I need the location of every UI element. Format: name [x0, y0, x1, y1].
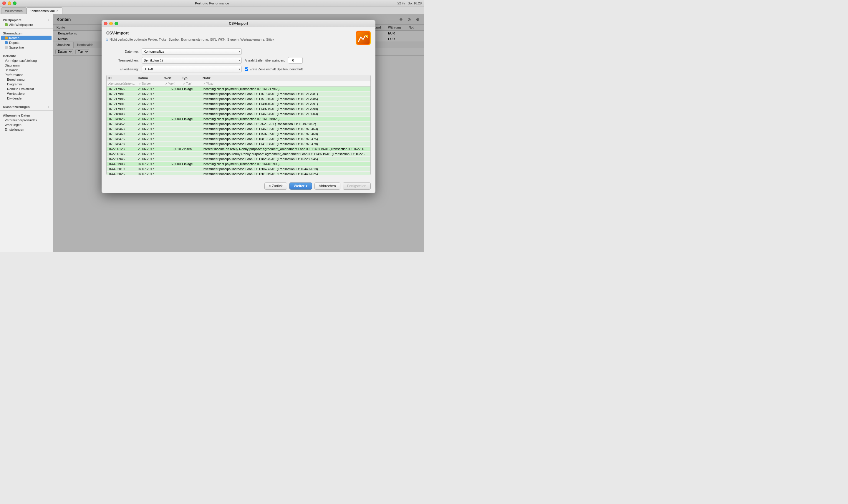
datentyp-label: Datentyp: [106, 50, 139, 53]
table-row[interactable]: 161217965 26.06.2017 50,000 Einlage Inco… [107, 87, 371, 92]
sidebar-section-berichte: Berichte [0, 52, 53, 58]
hint-typ[interactable]: -> 'Typ' [182, 82, 203, 85]
sparplane-icon [5, 46, 8, 49]
erste-zeile-label: Erste Zeile enthält Spaltenüberschrift [250, 68, 303, 71]
csv-dialog-min[interactable] [109, 22, 113, 25]
datentyp-control-group: Kontoumsätze ▼ [142, 48, 371, 55]
table-row[interactable]: 161217985 26.06.2017 Investment principa… [107, 96, 371, 102]
table-row[interactable]: 164401903 07.07.2017 50,000 Einlage Inco… [107, 162, 371, 167]
sidebar-item-vermogensaufstellung-label: Vermögensaufstellung [5, 59, 37, 62]
tab-welcome[interactable]: Willkommen [1, 7, 26, 14]
csv-dialog-close[interactable] [104, 22, 107, 25]
sidebar-item-rendite[interactable]: Rendite / Volatilität [0, 87, 53, 91]
minimize-button[interactable] [8, 1, 11, 5]
sidebar-item-konten[interactable]: Konten [1, 36, 52, 40]
maximize-button[interactable] [13, 1, 17, 5]
sidebar-item-bestande[interactable]: Bestände [0, 68, 53, 72]
battery-indicator: 22 % [397, 1, 405, 5]
datentyp-select[interactable]: Kontoumsätze [142, 48, 242, 55]
alle-wertpapiere-icon [5, 23, 8, 26]
sidebar-item-dividenden[interactable]: Dividenden [0, 96, 53, 101]
table-row[interactable]: 162260145 29.06.2017 Investment principa… [107, 151, 371, 157]
sidebar-item-diagramm2[interactable]: Diagramm [0, 82, 53, 87]
sidebar-item-berechnung[interactable]: Berechnung [0, 77, 53, 82]
table-row[interactable]: 161978469 28.06.2017 Investment principa… [107, 131, 371, 137]
csv-dialog-logo [356, 31, 371, 45]
sidebar-item-alle-wertpapiere-label: Alle Wertpapiere [9, 23, 33, 26]
erste-zeile-row: Erste Zeile enthält Spaltenüberschrift [245, 68, 303, 71]
tab-ohnenamen-close[interactable]: ✕ [56, 10, 59, 12]
close-button[interactable] [2, 1, 6, 5]
hint-notiz[interactable]: -> 'Notiz' [203, 82, 369, 85]
table-row[interactable]: 161217999 26.06.2017 Investment principa… [107, 107, 371, 112]
col-typ: Typ [182, 76, 203, 80]
sidebar-item-einstellungen-label: Einstellungen [5, 128, 24, 131]
table-row[interactable]: 161978463 28.06.2017 Investment principa… [107, 127, 371, 131]
table-row[interactable]: 162260123 29.06.2017 0,010 Zinsen Intere… [107, 147, 371, 151]
sidebar-item-depots[interactable]: Depots [0, 40, 53, 45]
tab-ohnenamen[interactable]: *ohnenamen.xml ✕ [26, 7, 63, 14]
back-button[interactable]: < Zurück [265, 182, 287, 190]
sidebar-item-alle-wertpapiere[interactable]: Alle Wertpapiere [0, 22, 53, 27]
table-row[interactable]: 161978478 28.06.2017 Investment principa… [107, 142, 371, 147]
trennzeichen-control-group: Semikolon (;) ▼ Anzahl Zeilen überspring… [142, 57, 371, 64]
divider-3 [0, 102, 53, 102]
divider-4 [0, 110, 53, 111]
table-row[interactable]: 164402019 07.07.2017 Investment principa… [107, 167, 371, 172]
table-row[interactable]: 161217991 26.06.2017 Investment principa… [107, 102, 371, 107]
content-area: Konten ⊕ ⊘ ⚙ Konto Kontostand Währung No… [53, 14, 424, 252]
table-row[interactable]: 162286945 29.06.2017 Investment principa… [107, 157, 371, 162]
add-wertpapiere-button[interactable]: + [48, 18, 50, 22]
main-layout: Wertpapiere + Alle Wertpapiere Stammdate… [0, 14, 424, 252]
sidebar-item-diagramm1[interactable]: Diagramm [0, 63, 53, 68]
sidebar-item-performance[interactable]: Performance [0, 72, 53, 77]
table-row[interactable]: 161978475 28.06.2017 Investment principa… [107, 137, 371, 142]
tabbar: Willkommen *ohnenamen.xml ✕ [0, 6, 424, 14]
tab-welcome-label: Willkommen [5, 9, 23, 13]
cancel-button[interactable]: Abbrechen [314, 182, 340, 190]
sidebar-item-sparplane[interactable]: Sparpläne [0, 45, 53, 50]
csv-dialog-footer: < Zurück Weiter > Abbrechen Fertigstelle… [102, 179, 375, 193]
next-button[interactable]: Weiter > [289, 182, 312, 190]
zeilen-label: Anzahl Zeilen überspringen: [245, 58, 285, 62]
data-table-container: ID Datum Wert Typ Notiz Hier doppelklick… [106, 75, 371, 175]
sidebar-section-wertpapiere: Wertpapiere + [0, 17, 53, 22]
datentyp-row: Datentyp: Kontoumsätze ▼ [106, 48, 371, 55]
erste-zeile-checkbox[interactable] [245, 68, 248, 71]
trennzeichen-row: Trennzeichen: Semikolon (;) ▼ Anzahl Zei… [106, 57, 371, 64]
table-row[interactable]: 161217981 26.06.2017 Investment principa… [107, 92, 371, 96]
sidebar-item-verbraucherpreisindex[interactable]: Verbraucherpreisindex [0, 118, 53, 123]
csv-dialog: CSV-Import CSV-Import ℹ Nicht verknüpfte… [102, 20, 375, 193]
hint-datum[interactable]: -> 'Datum' [138, 82, 164, 85]
sidebar-item-vermogensaufstellung[interactable]: Vermögensaufstellung [0, 58, 53, 63]
add-klassifizierungen-button[interactable]: + [48, 105, 50, 109]
datentyp-select-wrapper: Kontoumsätze ▼ [142, 48, 242, 55]
table-row[interactable]: 161218003 26.06.2017 Investment principa… [107, 112, 371, 116]
enkodierung-select-wrapper: UTF-8 ▼ [142, 66, 242, 72]
sidebar: Wertpapiere + Alle Wertpapiere Stammdate… [0, 14, 53, 252]
enkodierung-row: Enkodierung: UTF-8 ▼ Erste Zeile enthält [106, 66, 371, 72]
trennzeichen-select[interactable]: Semikolon (;) [142, 57, 242, 64]
csv-dialog-max[interactable] [114, 22, 118, 25]
csv-dialog-titlebar: CSV-Import [102, 20, 375, 27]
hint-id[interactable]: Hier doppelklicken... [108, 82, 138, 85]
csv-info-text: Nicht verknüpfte optionale Felder: Ticke… [110, 38, 274, 41]
sidebar-item-bestande-label: Bestände [5, 68, 18, 72]
table-row[interactable]: 164402025 07.07.2017 Investment principa… [107, 172, 371, 175]
divider-2 [0, 51, 53, 51]
table-row[interactable]: 161978452 28.06.2017 Investment principa… [107, 122, 371, 127]
table-row[interactable]: 161978025 28.06.2017 50,000 Einlage Inco… [107, 116, 371, 122]
csv-dialog-body: CSV-Import ℹ Nicht verknüpfte optionale … [102, 27, 375, 179]
sidebar-section-stammdaten: Stammdaten [0, 30, 53, 36]
zeilen-input[interactable] [288, 57, 303, 64]
csv-info-row: ℹ Nicht verknüpfte optionale Felder: Tic… [106, 37, 356, 41]
sidebar-item-diagramm1-label: Diagramm [5, 64, 20, 67]
csv-section-title: CSV-Import [106, 31, 356, 35]
enkodierung-select[interactable]: UTF-8 [142, 66, 242, 72]
svg-rect-1 [357, 32, 369, 44]
hint-wert[interactable]: -> 'Wert' [164, 82, 182, 85]
divider-1 [0, 28, 53, 29]
sidebar-item-wahrungen[interactable]: Währungen [0, 123, 53, 127]
sidebar-item-wertpapiere2[interactable]: Wertpapiere [0, 91, 53, 96]
sidebar-item-einstellungen[interactable]: Einstellungen [0, 127, 53, 132]
